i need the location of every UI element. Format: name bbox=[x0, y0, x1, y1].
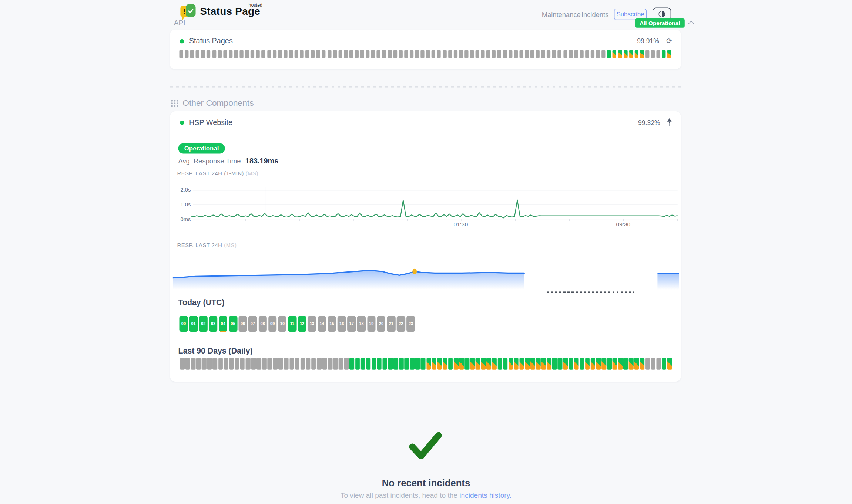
uptime-block bbox=[371, 50, 375, 58]
uptime-block bbox=[300, 358, 305, 369]
uptime-block bbox=[234, 50, 238, 58]
avg-response-value: 183.19ms bbox=[245, 157, 278, 165]
uptime-block bbox=[317, 358, 322, 369]
component-name: Status Pages bbox=[189, 37, 233, 45]
uptime-block bbox=[470, 358, 475, 369]
uptime-block bbox=[536, 358, 541, 369]
hour-block-17: 17 bbox=[347, 316, 356, 331]
brand-superscript: hosted bbox=[249, 2, 262, 8]
hour-block-04: 04 bbox=[219, 316, 227, 331]
uptime-block bbox=[585, 358, 590, 369]
uptime-block bbox=[503, 50, 507, 58]
uptime-block bbox=[601, 358, 606, 369]
uptime-block bbox=[239, 50, 243, 58]
uptime-block bbox=[613, 358, 617, 369]
uptime-block bbox=[295, 358, 300, 369]
overall-status-badge[interactable]: All Operational bbox=[635, 18, 684, 27]
uptime-block bbox=[426, 358, 431, 369]
uptime-block bbox=[613, 50, 616, 58]
uptime-block bbox=[558, 358, 563, 369]
uptime-block bbox=[574, 358, 579, 369]
uptime-block bbox=[629, 358, 634, 369]
uptime-block bbox=[212, 50, 216, 58]
uptime-block bbox=[224, 358, 228, 369]
uptime-block bbox=[372, 358, 376, 369]
nav-incidents[interactable]: Incidents bbox=[581, 11, 608, 18]
section-title-api: API bbox=[174, 18, 185, 27]
uptime-block bbox=[278, 50, 282, 58]
hour-block-00: 00 bbox=[179, 316, 188, 331]
data-point-marker[interactable] bbox=[412, 269, 417, 274]
uptime-block bbox=[333, 358, 338, 369]
uptime-block bbox=[185, 50, 188, 58]
uptime-block bbox=[223, 50, 227, 58]
component-row: Status Pages 99.91% ⟳ bbox=[180, 37, 672, 45]
uptime-block bbox=[585, 50, 589, 58]
hour-block-16: 16 bbox=[338, 316, 346, 331]
uptime-block bbox=[316, 50, 320, 58]
refresh-icon[interactable]: ⟳ bbox=[666, 37, 672, 45]
uptime-block bbox=[607, 358, 612, 369]
hour-block-21: 21 bbox=[387, 316, 395, 331]
uptime-block bbox=[448, 50, 452, 58]
uptime-block bbox=[262, 50, 265, 58]
uptime-block bbox=[640, 358, 645, 369]
uptime-block bbox=[503, 358, 508, 369]
incidents-history-link[interactable]: incidents history. bbox=[459, 491, 511, 500]
hour-block-05: 05 bbox=[229, 316, 237, 331]
status-page: ! hosted Status Page Maintenance Inciden… bbox=[0, 0, 852, 504]
uptime-block bbox=[563, 50, 567, 58]
hour-block-23: 23 bbox=[407, 316, 415, 331]
uptime-block bbox=[629, 50, 633, 58]
uptime-block bbox=[245, 358, 250, 369]
subtitle-text: To view all past incidents, head to the bbox=[341, 491, 459, 500]
arrow-up-icon[interactable] bbox=[667, 118, 672, 126]
uptime-block bbox=[415, 50, 419, 58]
uptime-block bbox=[432, 358, 437, 369]
uptime-block bbox=[476, 358, 480, 369]
hour-block-12: 12 bbox=[298, 316, 306, 331]
uptime-block bbox=[229, 358, 234, 369]
uptime-block bbox=[657, 50, 660, 58]
uptime-block bbox=[311, 50, 315, 58]
component-name: HSP Website bbox=[189, 118, 232, 126]
grid-icon bbox=[171, 99, 178, 106]
nav-maintenance[interactable]: Maintenance bbox=[542, 11, 581, 18]
uptime-block bbox=[366, 358, 371, 369]
check-bubble-icon bbox=[186, 4, 195, 17]
uptime-block bbox=[339, 358, 343, 369]
uptime-block bbox=[377, 358, 382, 369]
uptime-block bbox=[591, 50, 594, 58]
uptime-block bbox=[519, 358, 524, 369]
hour-block-13: 13 bbox=[308, 316, 316, 331]
uptime-block bbox=[541, 50, 545, 58]
uptime-block bbox=[634, 50, 638, 58]
uptime-block bbox=[552, 50, 556, 58]
uptime-block bbox=[179, 50, 183, 58]
hour-block-11: 11 bbox=[288, 316, 296, 331]
uptime-block bbox=[509, 358, 513, 369]
uptime-block bbox=[464, 50, 468, 58]
uptime-block bbox=[404, 50, 408, 58]
uptime-block bbox=[393, 358, 398, 369]
uptime-block bbox=[355, 50, 359, 58]
brand-logo[interactable]: ! hosted Status Page bbox=[180, 4, 260, 20]
uptime-block bbox=[623, 358, 628, 369]
uptime-block bbox=[344, 358, 349, 369]
avg-response-label: Avg. Response Time: bbox=[178, 158, 243, 165]
uptime-block bbox=[213, 358, 218, 369]
uptime-block bbox=[251, 50, 254, 58]
chevron-up-icon[interactable] bbox=[688, 21, 694, 27]
chart-title-resp-1min: RESP. LAST 24H (1-MIN) (MS) bbox=[177, 170, 258, 176]
hour-block-09: 09 bbox=[268, 316, 277, 331]
uptime-block bbox=[618, 358, 623, 369]
uptime-block bbox=[437, 358, 442, 369]
uptime-block bbox=[497, 50, 501, 58]
uptime-block bbox=[568, 358, 573, 369]
uptime-block bbox=[405, 358, 409, 369]
uptime-block bbox=[399, 358, 404, 369]
component-row: HSP Website 99.32% bbox=[180, 118, 672, 126]
uptime-block bbox=[432, 50, 435, 58]
uptime-block bbox=[202, 358, 207, 369]
uptime-block bbox=[656, 358, 661, 369]
